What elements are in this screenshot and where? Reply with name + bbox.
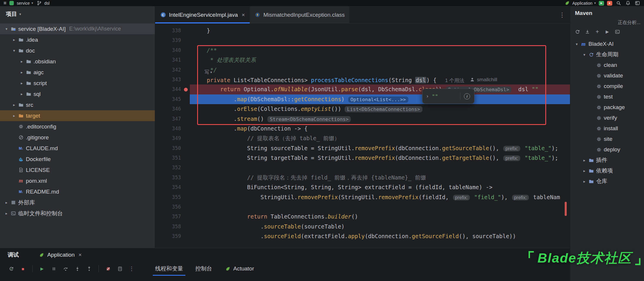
project-tree-item[interactable]: ▸外部库	[0, 197, 155, 208]
run-button[interactable]: ▶	[599, 1, 604, 6]
chevron-right-icon[interactable]: ▸	[11, 114, 18, 118]
gutter[interactable]: 355	[155, 192, 190, 202]
code-line[interactable]: 341 * 处理表关联关系	[155, 55, 570, 65]
code-editor[interactable]: 338 }339340 /**341 * 处理表关联关系342 */343 pr…	[155, 23, 570, 281]
scrollbar-error-marker[interactable]	[565, 202, 567, 216]
run-config-widget[interactable]: Application ▾	[564, 0, 596, 6]
gutter[interactable]: 343	[155, 75, 190, 84]
gutter[interactable]: 346	[155, 104, 190, 114]
debug-resume-button[interactable]: ▶	[37, 264, 47, 273]
chevron-right-icon[interactable]: ▸	[581, 158, 588, 162]
line-number[interactable]: 353	[167, 173, 181, 182]
code-line[interactable]: 346 .orElse(Collections.emptyList())List…	[155, 104, 570, 114]
gutter[interactable]: 354	[155, 182, 190, 192]
code-line[interactable]: 348 .map(dbConnection -> {	[155, 124, 570, 133]
chevron-right-icon[interactable]: ▸	[3, 211, 10, 216]
maven-tree-item[interactable]: ▸仓库	[570, 176, 644, 187]
info-icon[interactable]: i	[464, 93, 470, 99]
project-tree-item[interactable]: ▸src	[0, 99, 155, 110]
code-line[interactable]: 345 .map(DbSchemaDsl::getConnections)Opt…	[155, 94, 570, 104]
layout-button[interactable]	[634, 0, 640, 6]
gutter[interactable]: 341	[155, 55, 190, 65]
project-tree-item[interactable]: M↓README.md	[0, 186, 155, 197]
gutter[interactable]: 347	[155, 114, 190, 124]
line-number[interactable]: 342	[167, 65, 181, 75]
line-number[interactable]: 346	[167, 104, 181, 114]
code-line[interactable]: 356	[155, 202, 570, 212]
chevron-right-icon[interactable]: ▸	[581, 169, 588, 173]
inline-hint[interactable]: 写 ▾	[204, 69, 212, 75]
code-line[interactable]: 355 StringUtil.removePrefix(StringUtil.r…	[155, 192, 570, 202]
vcs-branch-widget[interactable]: dsl	[36, 0, 50, 6]
code-line[interactable]: 349 // 提取表名（去掉 table_ 前缀）	[155, 133, 570, 143]
maven-tree-item[interactable]: validate	[570, 70, 644, 81]
line-number[interactable]: 349	[167, 133, 181, 143]
maven-tree-item[interactable]: ▸插件	[570, 155, 644, 165]
code-line[interactable]: 342 */	[155, 65, 570, 75]
maven-terminal-button[interactable]	[613, 28, 621, 35]
code-line[interactable]: 340 /**	[155, 45, 570, 55]
line-number[interactable]: 358	[167, 222, 181, 231]
chevron-right-icon[interactable]: ▸	[3, 200, 10, 205]
line-number[interactable]: 350	[167, 143, 181, 153]
chevron-right-icon[interactable]: ▸	[18, 59, 25, 64]
line-number[interactable]: 341	[167, 55, 181, 65]
gutter[interactable]: 351	[155, 153, 190, 163]
gutter[interactable]: 352	[155, 163, 190, 172]
chevron-right-icon[interactable]: ▸	[18, 81, 25, 85]
gutter[interactable]: 340	[155, 45, 190, 55]
gutter[interactable]: 356	[155, 202, 190, 212]
project-tree-item[interactable]: M↓CLAUDE.md	[0, 143, 155, 154]
maven-tree-item[interactable]: compile	[570, 81, 644, 92]
gutter[interactable]: 345	[155, 94, 190, 104]
project-tree-item[interactable]: ▸临时文件和控制台	[0, 208, 155, 219]
debug-step-over-button[interactable]	[61, 264, 70, 273]
chevron-right-icon[interactable]: ▸	[18, 92, 25, 96]
chevron-down-icon[interactable]: ▾	[11, 48, 18, 53]
line-number[interactable]: 347	[167, 114, 181, 124]
maven-tree-item[interactable]: clean	[570, 60, 644, 70]
maven-tree-item[interactable]: test	[570, 92, 644, 102]
debug-view-tab[interactable]: 线程和变量	[150, 262, 188, 276]
search-button[interactable]	[615, 0, 622, 6]
line-number[interactable]: 359	[167, 231, 181, 241]
line-number[interactable]: 357	[167, 212, 181, 221]
code-line[interactable]: 351 String targetTable = StringUtil.remo…	[155, 153, 570, 163]
code-line[interactable]: 357 return TableConnections.builder()	[155, 212, 570, 221]
close-icon[interactable]: ×	[78, 252, 82, 258]
line-number[interactable]: 348	[167, 124, 181, 133]
code-line[interactable]: 343 private List<TableConnections> proce…	[155, 75, 570, 84]
line-number[interactable]: 343	[167, 75, 181, 84]
maven-tree-item[interactable]: site	[570, 134, 644, 144]
maven-tree-item[interactable]: ▸依赖项	[570, 165, 644, 176]
line-number[interactable]: 354	[167, 182, 181, 192]
usages-hint[interactable]: 1 个用法	[445, 78, 464, 83]
debug-mute-bp-button[interactable]	[103, 264, 113, 273]
project-tree-item[interactable]: ▸.obsidian	[0, 56, 155, 67]
maven-run-gray-button[interactable]: ▶	[603, 28, 611, 35]
gutter[interactable]: 359	[155, 231, 190, 241]
chevron-right-icon[interactable]: ▸	[11, 103, 18, 107]
gutter[interactable]: 348	[155, 124, 190, 133]
debugger-inline-popup[interactable]: › "" i	[422, 89, 474, 104]
line-number[interactable]: 352	[167, 163, 181, 172]
maven-tree-item[interactable]: verify	[570, 113, 644, 123]
expand-icon[interactable]: ›	[427, 93, 428, 99]
chevron-right-icon[interactable]: ▸	[11, 38, 18, 42]
project-tree-item[interactable]: ▾service [BladeX-AI]E:\work\dlkj\AI\serv…	[0, 23, 155, 34]
gutter[interactable]: 357	[155, 212, 190, 221]
project-tree-item[interactable]: .editorconfig	[0, 121, 155, 132]
project-tree-item[interactable]: ▸sql	[0, 89, 155, 99]
project-tree-item[interactable]: ▸script	[0, 78, 155, 89]
project-widget[interactable]: service ▾	[17, 1, 33, 6]
code-line[interactable]: 352	[155, 163, 570, 172]
debug-evaluate-button[interactable]	[115, 264, 125, 273]
gutter[interactable]: 353	[155, 173, 190, 182]
line-number[interactable]: 351	[167, 153, 181, 163]
line-number[interactable]: 355	[167, 192, 181, 202]
editor-tab[interactable]: CIntelEngineServiceImpl.java×	[155, 6, 250, 23]
maven-tree-item[interactable]: ▾mBladeX-AI	[570, 39, 644, 49]
project-tree-item[interactable]: ▸.idea	[0, 34, 155, 45]
debug-session-tab[interactable]: Application ×	[35, 248, 85, 262]
code-line[interactable]: 350 String sourceTable = StringUtil.remo…	[155, 143, 570, 153]
